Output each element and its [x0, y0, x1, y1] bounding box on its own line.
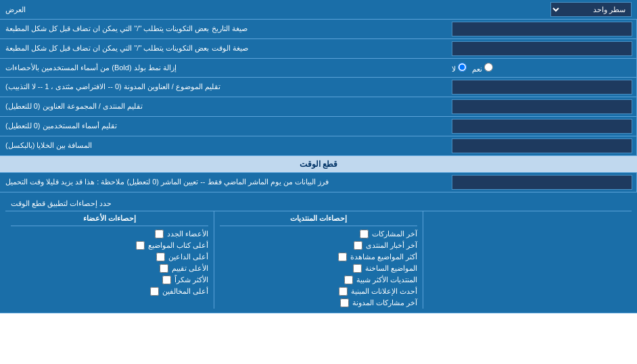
stats-col-empty — [423, 211, 632, 309]
limit-label: حدد إحصاءات لتطبيق قطع الوقت — [11, 199, 112, 208]
usernames-control: 0 — [448, 117, 637, 136]
cell-gap-control: 2 — [448, 136, 637, 155]
forums-col-header: إحصاءات المنتديات — [220, 211, 417, 226]
stat-checkbox-m6[interactable] — [150, 287, 159, 296]
time-format-row: H:i صيغة الوقت بعض التكوينات يتطلب "/" ا… — [0, 39, 637, 59]
limit-row: حدد إحصاءات لتطبيق قطع الوقت — [5, 197, 632, 211]
cut-time-label: فرز البيانات من يوم الماشر الماضي فقط --… — [0, 173, 448, 192]
bold-remove-control: نعم لا — [448, 59, 637, 77]
radio-no[interactable] — [458, 63, 467, 72]
stat-checkbox-5[interactable] — [344, 276, 353, 284]
stat-checkbox-4[interactable] — [353, 264, 362, 273]
bold-remove-label: إزالة نمط بولد (Bold) من أسماء المستخدمي… — [0, 59, 448, 77]
members-col-header: إحصاءات الأعضاء — [11, 211, 208, 226]
stats-col-members: إحصاءات الأعضاء الأعضاء الجدد أعلى كتاب … — [5, 211, 214, 309]
usernames-label: تقليم أسماء المستخدمين (0 للتعطيل) — [0, 117, 448, 136]
stat-item-7: آخر مشاركات المدونة — [220, 297, 417, 309]
stat-item-m4: الأعلى تقييم — [11, 263, 208, 274]
stats-columns: إحصاءات المنتديات آخر المشاركات آخر أخبا… — [5, 211, 632, 309]
date-format-control: d-m — [448, 20, 637, 38]
stat-checkbox-m4[interactable] — [160, 264, 168, 273]
date-format-input[interactable]: d-m — [452, 22, 632, 36]
stat-item-3: أكثر المواضيع مشاهدة — [220, 251, 417, 263]
topic-titles-row: 33 تقليم الموضوع / العناوين المدونة (0 -… — [0, 78, 637, 97]
stat-item-5: المنتديات الأكثر شبية — [220, 274, 417, 286]
stat-item-m5: الأكثر شكراً — [11, 274, 208, 286]
cut-time-input[interactable]: 0 — [452, 175, 632, 190]
stat-checkbox-m5[interactable] — [162, 276, 171, 284]
cell-gap-label: المسافة بين الخلايا (بالبكسل) — [0, 136, 448, 155]
cut-time-header: قطع الوقت — [0, 156, 637, 173]
stat-item-m2: أعلى كتاب المواضيع — [11, 240, 208, 251]
topic-titles-control: 33 — [448, 78, 637, 97]
statistics-section: حدد إحصاءات لتطبيق قطع الوقت إحصاءات الم… — [0, 192, 637, 313]
radio-group: نعم لا — [452, 63, 496, 74]
date-format-label: صيغة التاريخ بعض التكوينات يتطلب "/" الت… — [0, 20, 448, 38]
stat-checkbox-m3[interactable] — [156, 253, 165, 261]
forum-titles-control: 33 — [448, 97, 637, 116]
forum-titles-input[interactable]: 33 — [452, 99, 632, 114]
radio-yes[interactable] — [484, 63, 493, 72]
stat-checkbox-m1[interactable] — [155, 230, 164, 238]
radio-yes-label: نعم — [472, 63, 493, 74]
usernames-row: 0 تقليم أسماء المستخدمين (0 للتعطيل) — [0, 117, 637, 136]
radio-no-label: لا — [452, 63, 467, 74]
time-format-input[interactable]: H:i — [452, 41, 632, 56]
display-select[interactable]: سطر واحد سطرين ثلاثة أسطر — [550, 2, 632, 17]
date-format-row: d-m صيغة التاريخ بعض التكوينات يتطلب "/"… — [0, 20, 637, 39]
stat-item-m1: الأعضاء الجدد — [11, 228, 208, 240]
cell-gap-input[interactable]: 2 — [452, 138, 632, 153]
topic-titles-label: تقليم الموضوع / العناوين المدونة (0 -- ا… — [0, 78, 448, 97]
stat-item-m3: أعلى الداعين — [11, 251, 208, 263]
stat-checkbox-1[interactable] — [360, 230, 369, 238]
forum-titles-row: 33 تقليم المنتدى / المجموعة العناوين (0 … — [0, 97, 637, 117]
topic-titles-input[interactable]: 33 — [452, 80, 632, 95]
stat-item-4: المواضيع الساخنة — [220, 263, 417, 274]
forum-titles-label: تقليم المنتدى / المجموعة العناوين (0 للت… — [0, 97, 448, 116]
top-header: سطر واحد سطرين ثلاثة أسطر العرض — [0, 0, 637, 20]
usernames-input[interactable]: 0 — [452, 119, 632, 134]
stat-checkbox-m2[interactable] — [136, 241, 145, 250]
time-format-control: H:i — [448, 39, 637, 58]
stat-item-2: آخر أخبار المنتدى — [220, 240, 417, 251]
stat-checkbox-7[interactable] — [340, 298, 349, 307]
header-left-label: سطر واحد سطرين ثلاثة أسطر — [550, 2, 632, 17]
stat-checkbox-2[interactable] — [354, 241, 362, 250]
stat-checkbox-3[interactable] — [338, 253, 347, 261]
cut-time-control: 0 — [448, 173, 637, 192]
stat-checkbox-6[interactable] — [339, 287, 348, 296]
header-right-label: العرض — [5, 5, 26, 14]
stat-item-m6: أعلى المخالفين — [11, 286, 208, 297]
stats-col-forums: إحصاءات المنتديات آخر المشاركات آخر أخبا… — [214, 211, 423, 309]
stat-item-1: آخر المشاركات — [220, 228, 417, 240]
cell-gap-row: 2 المسافة بين الخلايا (بالبكسل) — [0, 136, 637, 156]
cut-time-row: 0 فرز البيانات من يوم الماشر الماضي فقط … — [0, 173, 637, 192]
time-format-label: صيغة الوقت بعض التكوينات يتطلب "/" التي … — [0, 39, 448, 58]
bold-remove-row: نعم لا إزالة نمط بولد (Bold) من أسماء ال… — [0, 59, 637, 78]
stat-item-6: أحدث الإعلانات المبنية — [220, 286, 417, 297]
